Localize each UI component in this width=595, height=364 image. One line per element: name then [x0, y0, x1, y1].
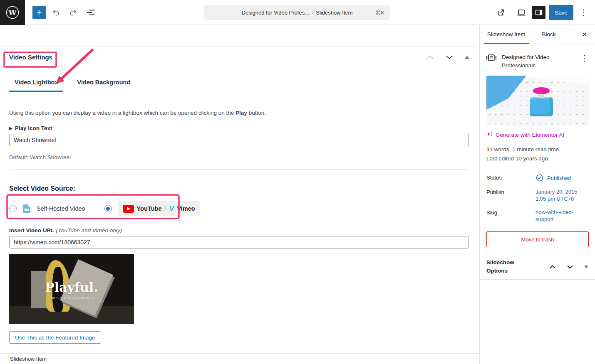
- url-label-bold: Insert Video URL: [9, 227, 55, 234]
- command-palette[interactable]: Designed for Video Profes... · Slideshow…: [204, 5, 390, 20]
- tab-video-lightbox[interactable]: Video Lightbox: [9, 79, 63, 92]
- publish-row: Publish January 20, 2015 1:05 pm UTC+0: [486, 188, 588, 202]
- redo-icon[interactable]: [66, 5, 81, 20]
- featured-image[interactable]: [486, 76, 589, 126]
- settings-sidebar-toggle[interactable]: [532, 6, 545, 19]
- video-thumbnail-preview: Playful. Still Life & Moving Pictures: [9, 254, 134, 324]
- vimeo-icon: V: [169, 205, 174, 212]
- generate-ai-label: Generate with Elementor AI: [496, 132, 564, 138]
- use-featured-image-button[interactable]: Use This as the Featured Image: [9, 331, 101, 344]
- slug-value[interactable]: now-with-video-support: [536, 209, 582, 223]
- lightbox-description: Using this option you can display a vide…: [9, 110, 469, 116]
- device-preview-icon[interactable]: [514, 5, 529, 20]
- video-settings-tabs: Video Lightbox Video Background: [9, 79, 469, 92]
- insert-video-url-label: Insert Video URL (YouTube and Vimeo only…: [9, 227, 469, 234]
- wordpress-logo-icon[interactable]: W: [0, 0, 25, 25]
- document-overview-icon[interactable]: [83, 5, 98, 20]
- slideshow-options-title: Slideshow Options: [486, 258, 532, 275]
- video-settings-metabox: Video Settings Video Lightbox Video Back…: [0, 46, 479, 344]
- svg-text:W: W: [8, 8, 17, 17]
- chip-separator: /: [164, 205, 166, 212]
- youtube-label: YouTube: [137, 205, 162, 212]
- tab-video-background[interactable]: Video Background: [72, 79, 136, 92]
- settings-sidebar: Slideshow Item Block ✕ Designed for Vide…: [479, 25, 595, 364]
- published-check-icon: [536, 174, 544, 182]
- thumb-subtitle-text: Still Life & Moving Pictures: [9, 297, 134, 300]
- thumb-title-text: Playful.: [9, 280, 134, 295]
- publish-date-value[interactable]: January 20, 2015 1:05 pm UTC+0: [536, 188, 588, 202]
- panel-move-down-icon[interactable]: [567, 265, 573, 269]
- generate-with-elementor-ai-link[interactable]: Generate with Elementor AI: [486, 132, 588, 138]
- slug-label: Slug: [486, 209, 536, 223]
- post-title: Designed for Video Professionals: [502, 53, 568, 70]
- post-attributes: Status Published Publish January 20, 201…: [486, 174, 588, 223]
- block-inserter-button[interactable]: +: [32, 6, 46, 19]
- description-suffix: button.: [247, 110, 266, 116]
- slug-row: Slug now-with-video-support: [486, 209, 588, 223]
- self-hosted-radio[interactable]: [9, 205, 17, 212]
- editor-topbar: W + Designed for Video Profes... · Slide…: [0, 0, 595, 25]
- last-edited: Last edited 10 years ago.: [486, 154, 588, 163]
- play-triangle-icon: ▶: [9, 126, 12, 130]
- status-row: Status Published: [486, 174, 588, 182]
- preview-external-icon[interactable]: [493, 5, 508, 20]
- document-type: Slideshow Item: [316, 10, 352, 16]
- editor-canvas: Video Settings Video Lightbox Video Back…: [0, 25, 479, 364]
- options-menu-icon[interactable]: ⋮: [577, 6, 590, 19]
- play-icon-text-label: ▶ Play Icon Text: [9, 125, 469, 131]
- breadcrumb-bar: Slideshow Item: [0, 353, 479, 364]
- publish-label: Publish: [486, 188, 536, 202]
- play-icon-text-input[interactable]: [9, 134, 469, 146]
- sidebar-tabs: Slideshow Item Block ✕: [480, 25, 595, 44]
- status-value[interactable]: Published: [536, 174, 571, 182]
- featured-image-button-cap: [533, 87, 550, 94]
- collapse-panel-icon[interactable]: [465, 56, 469, 59]
- play-icon-default-note: Default: Watch Showreel: [9, 154, 469, 170]
- youtube-vimeo-radio[interactable]: [104, 205, 112, 212]
- save-button[interactable]: Save: [549, 5, 573, 20]
- document-title: Designed for Video Profes...: [242, 10, 309, 16]
- move-down-icon[interactable]: [446, 55, 453, 59]
- breadcrumb[interactable]: Slideshow Item: [10, 356, 47, 362]
- metabox-title: Video Settings: [9, 54, 52, 61]
- tab-block[interactable]: Block: [539, 25, 559, 44]
- description-prefix: Using this option you can display a vide…: [9, 110, 236, 116]
- slideshow-item-icon: [486, 54, 496, 61]
- vimeo-label: Vimeo: [177, 205, 195, 212]
- url-label-note: (YouTube and Vimeo only): [56, 227, 122, 234]
- tab-slideshow-item[interactable]: Slideshow Item: [484, 25, 529, 44]
- thumb-floor: [9, 306, 134, 324]
- self-hosted-label: Self-Hosted Video: [37, 205, 85, 212]
- select-video-source-heading: Select Video Source:: [9, 185, 469, 192]
- video-file-icon: [23, 204, 31, 213]
- post-summary-card: Designed for Video Professionals ⋮: [480, 44, 595, 70]
- close-icon[interactable]: ✕: [578, 28, 591, 41]
- description-bold: Play: [236, 110, 247, 116]
- word-count: 31 words, 1 minute read time.: [486, 145, 588, 154]
- slideshow-options-panel: Slideshow Options: [480, 254, 595, 280]
- shortcut-hint: ⌘K: [375, 10, 384, 16]
- post-actions-icon[interactable]: ⋮: [581, 53, 588, 63]
- status-value-text: Published: [547, 175, 571, 181]
- title-separator: ·: [312, 10, 313, 16]
- move-up-icon[interactable]: [426, 55, 434, 59]
- video-url-input[interactable]: [9, 236, 469, 248]
- play-icon-label-text: Play Icon Text: [15, 125, 52, 131]
- undo-icon[interactable]: [48, 5, 63, 20]
- youtube-icon: [123, 205, 134, 213]
- featured-image-wall: [486, 76, 526, 117]
- youtube-vimeo-chip: YouTube / V Vimeo: [118, 201, 200, 216]
- featured-image-cube: [530, 97, 553, 116]
- move-to-trash-button[interactable]: Move to trash: [486, 231, 589, 247]
- panel-expand-icon[interactable]: [584, 266, 588, 268]
- video-source-options: Self-Hosted Video YouTube / V Vimeo: [9, 201, 469, 216]
- panel-move-up-icon[interactable]: [549, 265, 556, 269]
- status-label: Status: [486, 174, 536, 182]
- ai-sparkle-icon: [486, 132, 493, 138]
- post-meta-info: 31 words, 1 minute read time. Last edite…: [486, 145, 588, 163]
